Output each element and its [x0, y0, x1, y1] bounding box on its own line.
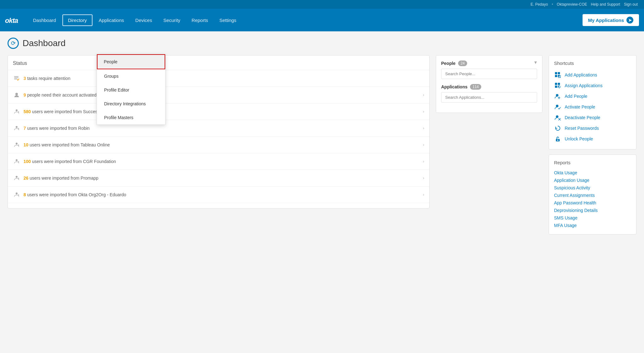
activate-people-label: Activate People: [565, 104, 595, 109]
dashboard-icon: ⟳: [8, 38, 19, 49]
svg-point-6: [16, 143, 18, 145]
center-area: ▼ People 24 Applications 114: [436, 38, 542, 234]
status-item-cgr[interactable]: 100 users were imported from CGR Foundat…: [8, 153, 429, 170]
help-link[interactable]: Help and Support: [591, 2, 620, 7]
svg-point-22: [556, 94, 558, 97]
status-item-tableau[interactable]: 10 users were imported from Tableau Onli…: [8, 137, 429, 153]
status-item-promapp[interactable]: 26 users were imported from Promapp ›: [8, 170, 429, 187]
navbar: okta Dashboard Directory Applications De…: [0, 9, 644, 31]
separator: •: [552, 2, 553, 7]
activate-people-icon: [554, 103, 562, 111]
import-icon-6: [13, 191, 20, 198]
dropdown-item-profile-masters[interactable]: Profile Masters: [97, 111, 165, 124]
dropdown-item-people[interactable]: People: [97, 54, 165, 69]
svg-rect-19: [555, 86, 557, 88]
okta-logo: okta: [5, 15, 18, 25]
person-icon: [13, 91, 20, 99]
add-applications-label: Add Applications: [565, 72, 597, 77]
collapse-icon[interactable]: ▼: [533, 60, 538, 65]
shortcut-unlock-people[interactable]: Unlock People: [554, 134, 631, 144]
shortcuts-panel: Shortcuts Add Applications Assign Applic…: [549, 55, 636, 150]
my-applications-button[interactable]: My Applications ➤: [583, 14, 639, 26]
org-name: Oktapreview-COE: [557, 2, 587, 7]
report-sms-usage[interactable]: SMS Usage: [554, 214, 631, 222]
report-application-usage[interactable]: Application Usage: [554, 176, 631, 184]
apps-label: Applications 114: [441, 84, 537, 90]
nav-reports[interactable]: Reports: [187, 15, 213, 25]
people-search-input[interactable]: [441, 69, 537, 79]
search-widget: ▼ People 24 Applications 114: [436, 55, 542, 113]
reset-passwords-label: Reset Passwords: [565, 126, 599, 131]
dashboard-title-row: ⟳ Dashboard: [8, 38, 430, 49]
report-mfa-usage[interactable]: MFA Usage: [554, 222, 631, 229]
add-people-icon: [554, 92, 562, 100]
sf-chevron: ›: [423, 109, 424, 114]
cgr-chevron: ›: [423, 159, 424, 164]
promapp-text: 26 users were imported from Promapp: [24, 176, 420, 181]
svg-rect-1: [14, 77, 18, 78]
shortcut-deactivate-people[interactable]: Deactivate People: [554, 112, 631, 123]
status-item-org2org[interactable]: 8 users were imported from Okta Org2Org …: [8, 187, 429, 203]
svg-point-3: [15, 93, 18, 95]
people-search-section: People 24: [441, 61, 537, 79]
svg-point-5: [16, 126, 18, 128]
import-icon-2: [13, 124, 20, 132]
successfactors-text: 580 users were imported from SuccessFact…: [24, 109, 420, 114]
shortcuts-title: Shortcuts: [554, 61, 631, 66]
user-name: E. Pedayo: [531, 2, 548, 7]
reset-passwords-icon: [554, 124, 562, 132]
import-icon-5: [13, 174, 20, 182]
directory-dropdown: People Groups Profile Editor Directory I…: [97, 54, 166, 125]
robin-text: 7 users were imported from Robin: [24, 126, 420, 131]
import-icon-3: [13, 141, 20, 149]
tableau-text: 10 users were imported from Tableau Onli…: [24, 142, 420, 147]
shortcut-reset-passwords[interactable]: Reset Passwords: [554, 123, 631, 134]
nav-dashboard[interactable]: Dashboard: [28, 15, 61, 25]
svg-point-26: [556, 115, 558, 118]
dropdown-item-groups[interactable]: Groups: [97, 69, 165, 83]
my-apps-arrow-icon: ➤: [626, 17, 633, 24]
dropdown-item-directory-integrations[interactable]: Directory Integrations: [97, 97, 165, 111]
shortcut-activate-people[interactable]: Activate People: [554, 102, 631, 112]
svg-rect-2: [14, 79, 17, 79]
status-header: Status: [8, 61, 429, 70]
people-count-badge: 24: [458, 61, 467, 66]
apps-search-input[interactable]: [441, 92, 537, 103]
status-item-tasks[interactable]: 3 tasks require attention: [8, 70, 429, 87]
shortcut-assign-applications[interactable]: Assign Applications: [554, 80, 631, 91]
unlock-people-label: Unlock People: [565, 136, 593, 141]
shortcut-add-applications[interactable]: Add Applications: [554, 70, 631, 80]
svg-rect-11: [558, 72, 560, 74]
svg-rect-0: [14, 76, 18, 77]
svg-point-4: [16, 109, 18, 111]
import-icon-1: [13, 108, 20, 115]
nav-devices[interactable]: Devices: [130, 15, 157, 25]
report-okta-usage[interactable]: Okta Usage: [554, 169, 631, 176]
apps-search-section: Applications 114: [441, 84, 537, 103]
svg-point-25: [556, 105, 558, 107]
signout-link[interactable]: Sign out: [624, 2, 638, 7]
nav-applications[interactable]: Applications: [94, 15, 129, 25]
nav-settings[interactable]: Settings: [214, 15, 241, 25]
report-deprovisioning-details[interactable]: Deprovisioning Details: [554, 207, 631, 214]
report-app-password-health[interactable]: App Password Health: [554, 199, 631, 207]
svg-rect-10: [555, 72, 557, 74]
nav-security[interactable]: Security: [158, 15, 185, 25]
shortcut-add-people[interactable]: Add People: [554, 91, 631, 102]
robin-chevron: ›: [423, 126, 424, 130]
deactivate-people-label: Deactivate People: [565, 115, 600, 120]
report-suspicious-activity[interactable]: Suspicious Activity: [554, 184, 631, 192]
dropdown-item-profile-editor[interactable]: Profile Editor: [97, 83, 165, 97]
assign-applications-label: Assign Applications: [565, 83, 603, 88]
svg-point-14: [558, 76, 561, 78]
status-item-activation[interactable]: 9 people need their account activated ›: [8, 87, 429, 103]
report-current-assignments[interactable]: Current Assignments: [554, 192, 631, 199]
activation-text: 9 people need their account activated: [24, 92, 420, 97]
nav-directory[interactable]: Directory: [62, 14, 92, 26]
status-item-robin[interactable]: 7 users were imported from Robin ›: [8, 120, 429, 137]
nav-right: My Applications ➤: [583, 14, 639, 26]
svg-rect-12: [555, 75, 557, 77]
svg-rect-18: [558, 83, 560, 85]
cgr-text: 100 users were imported from CGR Foundat…: [24, 159, 420, 164]
status-item-successfactors[interactable]: 580 users were imported from SuccessFact…: [8, 103, 429, 120]
